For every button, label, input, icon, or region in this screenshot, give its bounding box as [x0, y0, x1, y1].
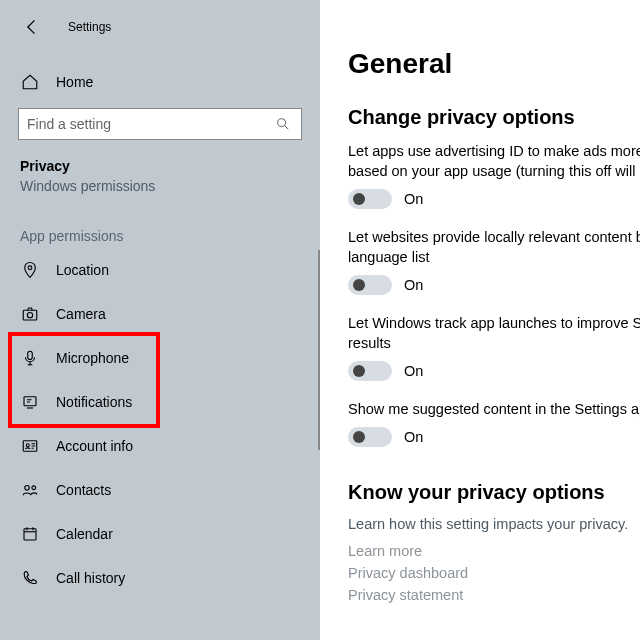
sidebar-item-account-info[interactable]: Account info: [0, 424, 320, 468]
sidebar-item-contacts[interactable]: Contacts: [0, 468, 320, 512]
sidebar-item-microphone[interactable]: Microphone: [0, 336, 320, 380]
back-button[interactable]: [20, 15, 44, 39]
sidebar: Settings Home Privacy Windows permission…: [0, 0, 320, 640]
toggle-advertising-id[interactable]: [348, 189, 392, 209]
link-privacy-statement[interactable]: Privacy statement: [348, 584, 640, 606]
window-title: Settings: [68, 20, 111, 34]
toggle-state: On: [404, 363, 423, 379]
toggle-state: On: [404, 277, 423, 293]
toggle-suggested-content[interactable]: [348, 427, 392, 447]
content-pane: General Change privacy options Let apps …: [320, 0, 640, 640]
option-text: Let Windows track app launches to improv…: [348, 313, 640, 353]
sidebar-item-calendar[interactable]: Calendar: [0, 512, 320, 556]
notifications-icon: [20, 392, 40, 412]
sidebar-item-notifications[interactable]: Notifications: [0, 380, 320, 424]
search-input[interactable]: [27, 116, 273, 132]
svg-point-0: [278, 119, 286, 127]
sidebar-item-label: Calendar: [56, 526, 113, 542]
sidebar-nav-list: Location Camera Microphone Notifications: [0, 248, 320, 600]
sidebar-home[interactable]: Home: [0, 64, 320, 100]
location-icon: [20, 260, 40, 280]
microphone-icon: [20, 348, 40, 368]
sidebar-item-call-history[interactable]: Call history: [0, 556, 320, 600]
sidebar-item-label: Notifications: [56, 394, 132, 410]
call-history-icon: [20, 568, 40, 588]
sidebar-item-label: Account info: [56, 438, 133, 454]
calendar-icon: [20, 524, 40, 544]
search-box[interactable]: [18, 108, 302, 140]
sidebar-item-label: Camera: [56, 306, 106, 322]
arrow-left-icon: [22, 17, 42, 37]
svg-rect-2: [23, 310, 37, 320]
toggle-track-launches[interactable]: [348, 361, 392, 381]
sidebar-subtitle[interactable]: Windows permissions: [0, 174, 320, 194]
sidebar-item-label: Location: [56, 262, 109, 278]
svg-rect-5: [24, 397, 36, 406]
svg-rect-10: [24, 529, 36, 540]
sidebar-item-camera[interactable]: Camera: [0, 292, 320, 336]
option-text: Show me suggested content in the Setting…: [348, 399, 640, 419]
svg-point-1: [28, 266, 32, 270]
toggle-state: On: [404, 429, 423, 445]
link-privacy-dashboard[interactable]: Privacy dashboard: [348, 562, 640, 584]
svg-point-7: [26, 444, 29, 447]
svg-rect-4: [28, 351, 33, 359]
camera-icon: [20, 304, 40, 324]
account-info-icon: [20, 436, 40, 456]
sidebar-home-label: Home: [56, 74, 93, 90]
section-title-privacy-options: Change privacy options: [348, 106, 640, 129]
sidebar-item-location[interactable]: Location: [0, 248, 320, 292]
home-icon: [20, 72, 40, 92]
search-icon: [273, 114, 293, 134]
contacts-icon: [20, 480, 40, 500]
section-title-know-options: Know your privacy options: [348, 481, 640, 504]
sidebar-item-label: Contacts: [56, 482, 111, 498]
sidebar-item-label: Call history: [56, 570, 125, 586]
toggle-language-list[interactable]: [348, 275, 392, 295]
privacy-links: Learn more Privacy dashboard Privacy sta…: [348, 540, 640, 606]
toggle-state: On: [404, 191, 423, 207]
sidebar-scrollbar[interactable]: [318, 250, 320, 450]
option-text: Let apps use advertising ID to make ads …: [348, 141, 640, 181]
svg-point-9: [32, 486, 36, 490]
sidebar-item-label: Microphone: [56, 350, 129, 366]
page-title: General: [348, 48, 640, 80]
sidebar-category: Privacy: [0, 140, 320, 174]
svg-point-3: [27, 313, 32, 318]
section-subtext: Learn how this setting impacts your priv…: [348, 516, 640, 532]
link-learn-more[interactable]: Learn more: [348, 540, 640, 562]
option-text: Let websites provide locally relevant co…: [348, 227, 640, 267]
svg-point-8: [25, 486, 30, 491]
sidebar-section-label: App permissions: [0, 194, 320, 248]
